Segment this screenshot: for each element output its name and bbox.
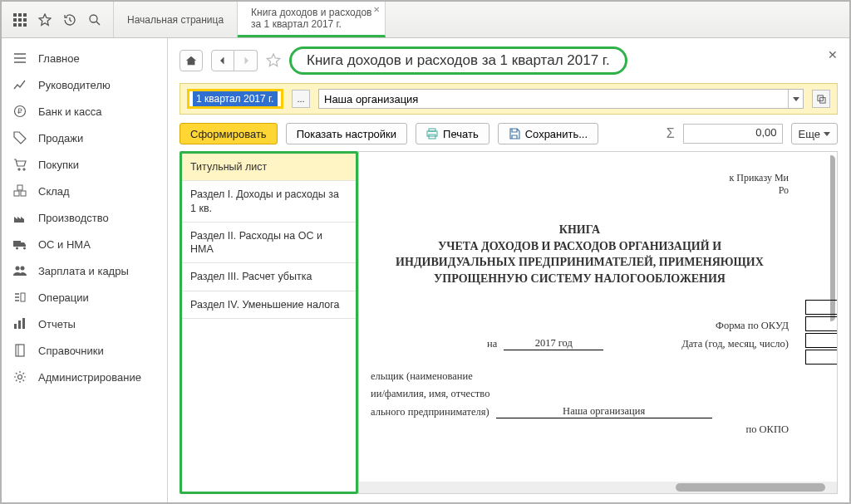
menu-icon — [13, 51, 27, 65]
svg-rect-6 — [13, 23, 17, 27]
organization-open-button[interactable] — [812, 90, 830, 108]
organization-dropdown[interactable] — [788, 90, 803, 108]
svg-line-10 — [96, 22, 100, 25]
svg-rect-13 — [14, 191, 19, 196]
year-prefix: на — [487, 338, 497, 350]
doc-header-r1: к Приказу Ми — [371, 172, 789, 184]
nav-main[interactable]: Главное — [2, 45, 167, 71]
doc-title-l2: УЧЕТА ДОХОДОВ И РАСХОДОВ ОРГАНИЗАЦИЙ И — [371, 238, 789, 255]
history-icon[interactable] — [63, 13, 76, 27]
tab-report-line2: за 1 квартал 2017 г. — [251, 18, 371, 30]
apps-icon[interactable] — [13, 13, 27, 27]
chart-icon — [13, 78, 27, 91]
favorite-icon[interactable] — [266, 53, 281, 68]
org-value: Наша организация — [496, 405, 712, 418]
svg-rect-19 — [14, 324, 17, 329]
doc-title-l3: ИНДИВИДУАЛЬНЫХ ПРЕДПРИНИМАТЕЛЕЙ, ПРИМЕНЯ… — [371, 254, 789, 271]
svg-rect-2 — [23, 13, 27, 17]
okud-label: Форма по ОКУД — [716, 320, 789, 332]
print-button[interactable]: Печать — [416, 123, 489, 144]
nav-assets[interactable]: ОС и НМА — [2, 231, 167, 257]
svg-rect-4 — [18, 18, 22, 22]
period-input[interactable] — [193, 91, 278, 106]
section-1[interactable]: Раздел I. Доходы и расходы за 1 кв. — [182, 181, 356, 223]
payer-l2: ии/фамилия, имя, отчество — [371, 388, 489, 400]
svg-rect-21 — [22, 318, 25, 329]
svg-rect-7 — [18, 23, 22, 27]
star-icon[interactable] — [38, 13, 52, 27]
svg-rect-3 — [13, 18, 17, 22]
doc-title-l1: КНИГА — [371, 222, 789, 238]
search-icon[interactable] — [88, 13, 101, 27]
document-viewport: к Приказу Ми Ро КНИГА УЧЕТА ДОХОДОВ И РА… — [358, 151, 838, 494]
back-button[interactable] — [211, 50, 234, 71]
payer-l1: ельщик (наименование — [371, 370, 473, 383]
nav-purchases[interactable]: Покупки — [2, 151, 167, 178]
close-button[interactable]: ✕ — [828, 48, 838, 61]
section-3[interactable]: Раздел III. Расчет убытка — [182, 263, 356, 291]
svg-point-24 — [18, 375, 22, 379]
truck-icon — [13, 237, 27, 251]
home-button[interactable] — [180, 50, 203, 71]
svg-point-9 — [90, 15, 97, 22]
nav-warehouse[interactable]: Склад — [2, 178, 167, 204]
svg-point-17 — [21, 267, 25, 271]
show-settings-button[interactable]: Показать настройки — [286, 123, 407, 144]
nav-reports[interactable]: Отчеты — [2, 311, 167, 337]
organization-input[interactable] — [319, 93, 788, 105]
gear-icon — [13, 370, 27, 384]
operations-icon — [13, 291, 27, 304]
period-picker-button[interactable]: ... — [292, 90, 310, 108]
section-4[interactable]: Раздел IV. Уменьшение налога — [182, 291, 356, 319]
organization-field — [318, 89, 804, 109]
section-2[interactable]: Раздел II. Расходы на ОС и НМА — [182, 223, 356, 264]
okpo-label: по ОКПО — [746, 423, 789, 436]
svg-rect-14 — [21, 191, 26, 196]
save-button[interactable]: Сохранить... — [498, 123, 598, 144]
tab-home[interactable]: Начальная страница — [114, 2, 238, 37]
sum-display: 0,00 — [683, 124, 783, 144]
svg-rect-5 — [23, 18, 27, 22]
nav-salary[interactable]: Зарплата и кадры — [2, 257, 167, 284]
svg-point-16 — [16, 267, 20, 271]
report-toolbar: Сформировать Показать настройки Печать С… — [168, 115, 849, 151]
top-toolbar: Начальная страница Книга доходов и расхо… — [2, 2, 849, 38]
nav-bank[interactable]: ₽Банк и касса — [2, 98, 167, 125]
diskette-icon — [509, 128, 520, 139]
nav-directories[interactable]: Справочники — [2, 337, 167, 364]
nav-admin[interactable]: Администрирование — [2, 364, 167, 390]
sidebar: Главное Руководителю ₽Банк и касса Прода… — [2, 38, 168, 502]
svg-rect-20 — [18, 321, 21, 329]
nav-sales[interactable]: Продажи — [2, 125, 167, 151]
nav-manager[interactable]: Руководителю — [2, 71, 167, 98]
printer-icon — [426, 128, 438, 139]
bars-icon — [13, 317, 27, 330]
section-title-page[interactable]: Титульный лист — [182, 154, 356, 181]
horizontal-scrollbar[interactable] — [359, 482, 837, 493]
tab-close-button[interactable]: ✕ — [373, 5, 380, 14]
forward-button[interactable] — [234, 50, 258, 71]
filter-bar: ... — [180, 83, 838, 115]
ruble-icon: ₽ — [13, 105, 27, 118]
boxes-icon — [13, 184, 27, 198]
factory-icon — [13, 211, 27, 224]
tab-home-label: Начальная страница — [127, 14, 224, 26]
svg-rect-0 — [13, 13, 17, 17]
payer-l3: ального предпринимателя) — [371, 406, 489, 418]
tag-icon — [13, 131, 27, 144]
year-value: 2017 год — [504, 337, 603, 350]
tab-report-line1: Книга доходов и расходов — [251, 7, 371, 18]
period-field-wrapper — [187, 89, 283, 109]
svg-text:₽: ₽ — [17, 107, 22, 115]
form-codes-table — [804, 298, 837, 366]
date-label: Дата (год, месяц, число) — [681, 338, 789, 350]
generate-button[interactable]: Сформировать — [180, 123, 278, 144]
tab-report[interactable]: Книга доходов и расходов за 1 квартал 20… — [238, 2, 386, 37]
svg-rect-8 — [23, 23, 27, 27]
nav-production[interactable]: Производство — [2, 204, 167, 231]
nav-operations[interactable]: Операции — [2, 284, 167, 311]
more-button[interactable]: Еще — [791, 123, 838, 144]
sections-list: Титульный лист Раздел I. Доходы и расход… — [180, 151, 358, 494]
svg-rect-1 — [18, 13, 22, 17]
main-area: Книга доходов и расходов за 1 квартал 20… — [168, 38, 849, 502]
